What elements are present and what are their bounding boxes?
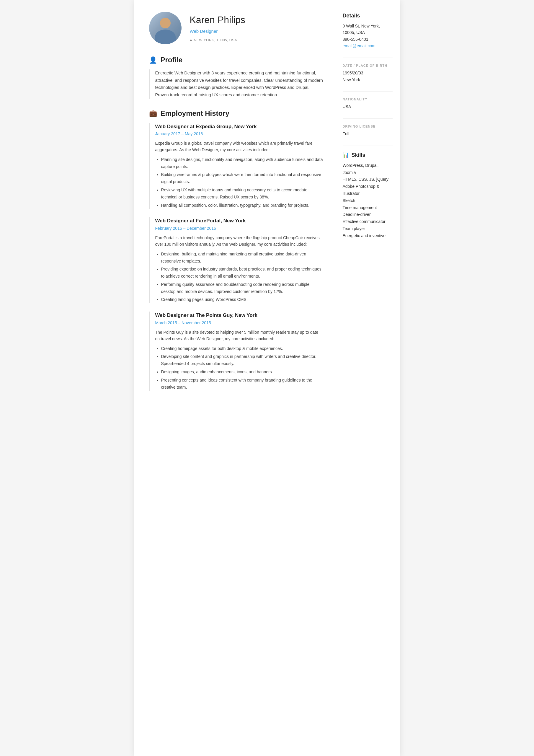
- job-title: Web Designer at The Points Guy, New York: [155, 311, 323, 319]
- skill-item: Effective communicator: [343, 218, 393, 225]
- skill-item: Energetic and inventive: [343, 232, 393, 239]
- list-item: Designing images, audio enhancements, ic…: [161, 368, 323, 376]
- skill-item: Deadline-driven: [343, 211, 393, 218]
- location-icon: ●: [190, 37, 193, 43]
- job-entry: Web Designer at The Points Guy, New York…: [149, 311, 323, 391]
- sidebar-driving: DRIVING LICENSE Full: [343, 124, 393, 137]
- employment-section-title: Employment History: [161, 108, 229, 119]
- skill-item: Time management: [343, 204, 393, 211]
- job-description: Expedia Group is a global travel company…: [155, 140, 323, 153]
- skills-container: WordPress, Drupal, JoomlaHTML5, CSS, JS,…: [343, 162, 393, 239]
- job-dates: February 2016 – December 2016: [155, 225, 323, 231]
- skill-item: Sketch: [343, 197, 393, 204]
- job-description: The Points Guy is a site devoted to help…: [155, 329, 323, 342]
- job-title: Web Designer at FarePortal, New York: [155, 217, 323, 225]
- job-bullets: Designing, building, and maintaining mar…: [155, 251, 323, 304]
- sidebar-skills: 📊 Skills WordPress, Drupal, JoomlaHTML5,…: [343, 151, 393, 239]
- divider-4: [343, 146, 393, 146]
- job-entry: Web Designer at FarePortal, New YorkFebr…: [149, 217, 323, 303]
- profile-section-header: 👤 Profile: [149, 55, 323, 65]
- sidebar-phone: 890-555-0401: [343, 36, 393, 42]
- sidebar-dob: DATE / PLACE OF BIRTH 1995/20/03 New Yor…: [343, 63, 393, 83]
- sidebar-driving-value: Full: [343, 130, 393, 137]
- sidebar-nationality-value: USA: [343, 103, 393, 110]
- avatar: [149, 12, 181, 44]
- employment-section-header: 💼 Employment History: [149, 108, 323, 119]
- resume-header: Karen Philips Web Designer ● NEW YORK, 1…: [149, 12, 323, 44]
- job-dates: March 2015 – November 2015: [155, 320, 323, 326]
- candidate-title: Web Designer: [190, 28, 246, 35]
- nationality-label: NATIONALITY: [343, 97, 393, 102]
- employment-icon: 💼: [149, 108, 157, 118]
- list-item: Creating homepage assets for both deskto…: [161, 345, 323, 352]
- driving-label: DRIVING LICENSE: [343, 124, 393, 129]
- skills-title: 📊 Skills: [343, 151, 393, 159]
- employment-section: 💼 Employment History Web Designer at Exp…: [149, 108, 323, 391]
- sidebar: Details 9 Wall St, New York, 10005, USA …: [335, 0, 400, 756]
- job-description: FarePortal is a travel technology compan…: [155, 234, 323, 248]
- list-item: Creating landing pages using WordPress C…: [161, 296, 323, 303]
- list-item: Reviewing UX with multiple teams and mak…: [161, 187, 323, 201]
- list-item: Developing site content and graphics in …: [161, 353, 323, 367]
- divider-1: [343, 58, 393, 58]
- header-info: Karen Philips Web Designer ● NEW YORK, 1…: [190, 13, 246, 43]
- profile-icon: 👤: [149, 55, 157, 65]
- divider-2: [343, 91, 393, 92]
- candidate-name: Karen Philips: [190, 13, 246, 27]
- job-bullets: Planning site designs, functionality and…: [155, 156, 323, 209]
- list-item: Presenting concepts and ideas consistent…: [161, 377, 323, 391]
- profile-text: Energetic Web Designer with 3 years expe…: [149, 69, 323, 99]
- sidebar-nationality: NATIONALITY USA: [343, 97, 393, 110]
- candidate-location: ● NEW YORK, 10005, USA: [190, 37, 246, 43]
- divider-3: [343, 119, 393, 119]
- job-dates: January 2017 – May 2018: [155, 131, 323, 137]
- skill-item: WordPress, Drupal, Joomla: [343, 162, 393, 176]
- skill-item: Adobe Photoshop & Illustrator: [343, 183, 393, 197]
- sidebar-dob-value: 1995/20/03: [343, 70, 393, 76]
- skill-item: Team player: [343, 225, 393, 232]
- profile-section: 👤 Profile Energetic Web Designer with 3 …: [149, 55, 323, 99]
- list-item: Building wireframes & prototypes which w…: [161, 171, 323, 185]
- sidebar-address: 9 Wall St, New York, 10005, USA: [343, 23, 393, 36]
- job-bullets: Creating homepage assets for both deskto…: [155, 345, 323, 391]
- jobs-container: Web Designer at Expedia Group, New YorkJ…: [149, 123, 323, 391]
- list-item: Planning site designs, functionality and…: [161, 156, 323, 170]
- job-title: Web Designer at Expedia Group, New York: [155, 123, 323, 130]
- sidebar-email[interactable]: email@email.com: [343, 43, 376, 48]
- skills-icon: 📊: [343, 151, 349, 159]
- list-item: Performing quality assurance and trouble…: [161, 281, 323, 295]
- job-entry: Web Designer at Expedia Group, New YorkJ…: [149, 123, 323, 209]
- list-item: Designing, building, and maintaining mar…: [161, 251, 323, 265]
- dob-label: DATE / PLACE OF BIRTH: [343, 63, 393, 68]
- details-title: Details: [343, 12, 393, 20]
- skill-item: HTML5, CSS, JS, jQuery: [343, 176, 393, 183]
- list-item: Providing expertise on industry standard…: [161, 266, 323, 280]
- sidebar-details: Details 9 Wall St, New York, 10005, USA …: [343, 12, 393, 49]
- profile-section-title: Profile: [161, 55, 183, 65]
- list-item: Handling all composition, color, illustr…: [161, 202, 323, 209]
- sidebar-birthplace: New York: [343, 76, 393, 83]
